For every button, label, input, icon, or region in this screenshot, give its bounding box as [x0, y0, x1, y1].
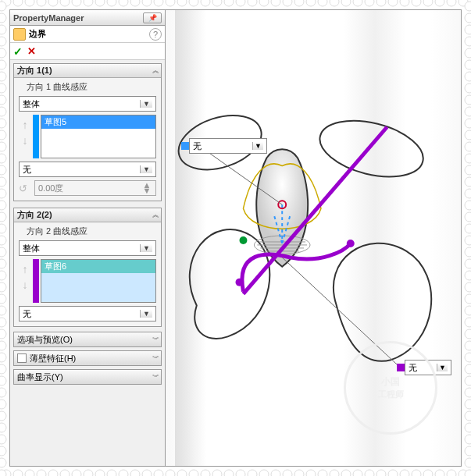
- dir1-angle-spinner[interactable]: 0.00度 ▲▼: [34, 180, 156, 196]
- svg-point-108: [0, 83, 6, 93]
- svg-point-142: [0, 282, 6, 292]
- cancel-button[interactable]: ✕: [27, 45, 36, 57]
- thin-checkbox[interactable]: [17, 353, 27, 363]
- svg-point-70: [330, 0, 339, 6]
- svg-point-169: [465, 435, 471, 444]
- dir2-mode-combo[interactable]: 整体 ▼: [19, 240, 156, 256]
- dir1-item[interactable]: 草图5: [41, 115, 155, 129]
- watermark-small: 小国: [381, 375, 400, 389]
- svg-point-73: [341, 470, 351, 476]
- svg-point-64: [294, 0, 304, 6]
- svg-point-17: [13, 470, 23, 476]
- svg-point-125: [465, 177, 471, 186]
- svg-point-76: [365, 0, 374, 6]
- svg-point-74: [353, 0, 362, 6]
- svg-point-30: [95, 0, 105, 6]
- svg-point-25: [60, 470, 70, 476]
- svg-point-14: [2, 0, 11, 6]
- svg-point-106: [0, 72, 6, 81]
- dir1-mode-combo[interactable]: 整体 ▼: [19, 96, 156, 112]
- svg-point-36: [130, 0, 140, 6]
- svg-point-62: [283, 0, 292, 6]
- feature-icon: [13, 28, 26, 41]
- svg-point-33: [107, 470, 116, 476]
- direction-2-header[interactable]: 方向 2(2) ︽: [14, 208, 161, 222]
- svg-point-132: [0, 224, 6, 233]
- svg-point-50: [212, 0, 222, 6]
- svg-point-86: [423, 0, 433, 6]
- svg-point-102: [0, 48, 6, 58]
- svg-point-85: [412, 470, 421, 476]
- svg-point-60: [271, 0, 280, 6]
- curvature-row[interactable]: 曲率显示(Y) ︾: [13, 369, 162, 385]
- dir2-end-value: 无: [23, 308, 140, 320]
- svg-point-98: [0, 25, 6, 34]
- svg-point-15: [2, 470, 11, 476]
- direction-2-title: 方向 2(2): [17, 209, 152, 221]
- expand-icon: ︾: [152, 353, 158, 364]
- thin-feature-row[interactable]: 薄壁特征(H) ︾: [13, 350, 162, 366]
- svg-point-1: [314, 111, 429, 186]
- direction-1-header[interactable]: 方向 1(1) ︽: [14, 64, 161, 78]
- dir2-end-combo[interactable]: 无 ▼: [19, 306, 156, 321]
- svg-point-145: [465, 294, 471, 304]
- dir1-mode-value: 整体: [23, 98, 140, 110]
- direction-1-title: 方向 1(1): [17, 65, 152, 76]
- svg-point-57: [248, 470, 257, 476]
- reset-icon[interactable]: ↺: [19, 183, 31, 194]
- pin-icon[interactable]: 📌: [143, 12, 162, 23]
- svg-point-119: [465, 142, 471, 151]
- svg-point-175: [465, 470, 471, 476]
- svg-point-16: [13, 0, 23, 6]
- ok-button[interactable]: ✓: [13, 45, 23, 58]
- graphics-viewport[interactable]: 无 ▼ 无 ▼ 小国 工程师: [166, 9, 462, 467]
- svg-point-42: [166, 0, 175, 6]
- dir2-item[interactable]: 草图6: [41, 260, 155, 273]
- dir1-angle-value: 0.00度: [38, 183, 63, 194]
- svg-point-51: [212, 470, 222, 476]
- svg-point-139: [465, 259, 471, 268]
- direction-1-section: 方向 1(1) ︽ 方向 1 曲线感应 整体 ▼ ↑↓ 草图5 无: [13, 63, 162, 201]
- chevron-down-icon: ▼: [140, 165, 152, 173]
- svg-point-174: [0, 470, 6, 476]
- dir1-listbox[interactable]: 草图5: [41, 115, 156, 158]
- direction-2-section: 方向 2(2) ︽ 方向 2 曲线感应 整体 ▼ ↑↓ 草图6 无: [13, 208, 162, 327]
- svg-point-81: [388, 470, 398, 476]
- ok-cancel-row: ✓ ✕: [10, 43, 165, 60]
- callout-dir1[interactable]: 无 ▼: [181, 138, 267, 154]
- help-icon[interactable]: ?: [149, 28, 162, 41]
- callout-dir1-value: 无: [193, 140, 252, 152]
- svg-point-123: [465, 165, 471, 175]
- dir1-end-combo[interactable]: 无 ▼: [19, 162, 156, 177]
- svg-point-128: [0, 201, 6, 210]
- svg-point-40: [154, 0, 163, 6]
- svg-point-141: [465, 271, 471, 280]
- svg-point-7: [236, 279, 244, 286]
- svg-point-130: [0, 212, 6, 222]
- svg-point-93: [459, 470, 468, 476]
- dir2-listbox[interactable]: 草图6: [41, 259, 156, 303]
- stepper-icon[interactable]: ▲▼: [141, 183, 152, 194]
- dir1-reorder[interactable]: ↑↓: [19, 115, 31, 158]
- svg-point-161: [465, 388, 471, 397]
- svg-point-55: [236, 470, 245, 476]
- dir2-reorder[interactable]: ↑↓: [19, 259, 31, 303]
- options-row[interactable]: 选项与预览(O) ︾: [13, 332, 162, 347]
- svg-point-158: [0, 376, 6, 385]
- svg-point-23: [48, 470, 58, 476]
- svg-point-41: [154, 470, 163, 476]
- svg-point-8: [347, 240, 355, 247]
- svg-point-66: [306, 0, 316, 6]
- svg-point-47: [189, 470, 198, 476]
- svg-point-109: [465, 83, 471, 93]
- callout-dir1-combo[interactable]: 无 ▼: [189, 138, 267, 154]
- svg-point-118: [0, 142, 6, 151]
- svg-point-100: [0, 37, 6, 46]
- svg-point-67: [306, 470, 316, 476]
- svg-point-112: [0, 107, 6, 116]
- svg-point-99: [465, 25, 471, 34]
- callout-handle-blue[interactable]: [181, 142, 189, 150]
- svg-point-83: [400, 470, 409, 476]
- svg-point-160: [0, 388, 6, 397]
- svg-point-78: [376, 0, 386, 6]
